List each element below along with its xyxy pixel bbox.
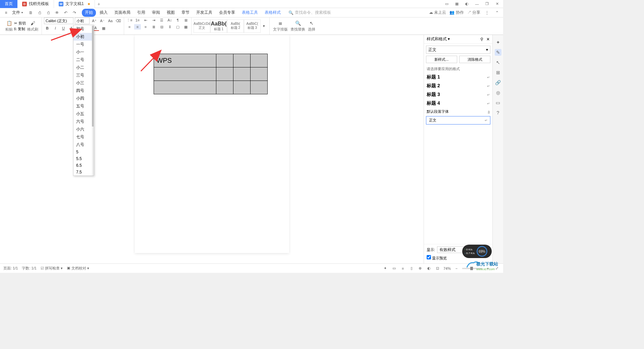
font-size-option[interactable]: 八号 [73,141,94,149]
font-size-option[interactable]: 二号 [73,56,94,64]
restore-button[interactable]: ❐ [484,1,490,7]
style-item-h2[interactable]: 标题 2↵ [424,82,492,90]
assist-icon[interactable]: ✦ [382,265,388,271]
indent-inc-icon[interactable]: ⇥ [150,17,157,23]
table-cell[interactable] [216,81,233,94]
book-icon[interactable]: ▭ [495,99,501,106]
tab-document[interactable]: W 文字文稿1 [54,0,95,8]
table-cell[interactable]: WPS [154,54,216,67]
cloud-status[interactable]: ☁ 未上云 [429,10,446,15]
view-read-icon[interactable]: ▯ [409,265,415,271]
style-h2[interactable]: AaBb( 标题 2 [227,19,244,33]
more-icon[interactable]: ⋮ [484,9,490,16]
layout-icon[interactable]: ▭ [443,1,450,7]
indent-dec-icon[interactable]: ⇤ [142,17,149,23]
table-cell[interactable] [250,81,267,94]
font-size-option[interactable]: 小二 [73,64,94,71]
dropdown-scrollbar[interactable] [92,25,94,176]
pin-icon[interactable]: ⚲ [480,37,483,42]
text-layout-button[interactable]: ≣ 文字排版 [272,17,289,35]
content-check-toggle[interactable]: ▣ 文档校对 ▾ [67,266,89,271]
table-cell[interactable] [154,67,216,81]
style-h3[interactable]: AaBbC( 标题 3 [244,19,261,33]
font-size-option[interactable]: 6.5 [73,162,94,169]
style-item-default-font[interactable]: 默认段落字体a [424,108,492,115]
styles-more-icon[interactable]: ▾ [261,23,267,29]
tab-new[interactable]: + [95,1,103,7]
grid-icon[interactable]: ▦ [453,1,460,7]
share-button[interactable]: ↗ 分享 [467,10,480,15]
font-size-option[interactable]: 小初 [73,33,94,41]
link-icon[interactable]: 🔗 [495,79,501,86]
font-size-option[interactable]: 7.5 [73,169,94,176]
menu-chapter[interactable]: 章节 [178,9,193,17]
view-focus-icon[interactable]: ◐ [426,265,432,271]
align-center-icon[interactable]: ≡ [134,24,141,30]
menu-view[interactable]: 视图 [164,9,178,17]
grow-font-icon[interactable]: A⁺ [91,18,98,23]
zoom-settings-icon[interactable]: ⊡ [435,265,441,271]
border-button[interactable]: ▦ [100,26,107,31]
font-size-option[interactable]: 小四 [73,95,94,102]
linespace-icon[interactable]: A↕ [166,17,173,23]
find-replace-button[interactable]: 🔍 查找替换 [289,17,307,35]
minimize-button[interactable]: — [474,1,480,7]
table-cell[interactable] [250,67,267,81]
italic-button[interactable]: I [52,26,59,31]
font-size-option[interactable]: 六号 [73,118,94,126]
font-size-option[interactable]: 小一 [73,48,94,56]
menu-layout[interactable]: 页面布局 [111,9,133,17]
table-cell[interactable] [154,81,216,94]
styles-icon[interactable]: ✎ [495,49,501,56]
file-menu[interactable]: 文件 ▾ [10,9,25,16]
document-page[interactable]: WPS [135,35,289,253]
table-cell[interactable] [233,81,250,94]
select-icon[interactable]: ↖ [495,59,501,66]
font-name-select[interactable] [44,17,73,24]
current-style-combo[interactable]: 正文▾ [426,46,490,54]
coop-button[interactable]: 👥 协作 [449,10,464,15]
word-count[interactable]: 字数: 1/1 [22,266,36,271]
line-height-icon[interactable]: ⇕ [166,24,173,30]
font-size-option[interactable]: 初号 [73,25,94,33]
skin-icon[interactable]: ◐ [464,1,470,7]
font-size-option[interactable]: 七号 [73,133,94,141]
command-search[interactable]: 🔍 查找命令、搜索模板 [288,10,331,15]
target-icon[interactable]: ◎ [495,89,501,96]
table-cell[interactable] [216,67,233,81]
font-size-option[interactable]: 小三 [73,79,94,87]
marks-icon[interactable]: ¶ [174,17,181,23]
new-style-button[interactable]: 新样式... [426,56,457,63]
menu-vip[interactable]: 会员专享 [216,9,238,17]
preview-icon[interactable]: 👁 [54,9,60,16]
font-size-dropdown[interactable]: 初号小初一号小一二号小二三号小三四号小四五号小五六号小六七号八号55.56.57… [73,25,94,176]
page-indicator[interactable]: 页面: 1/1 [3,266,18,271]
menu-insert[interactable]: 插入 [97,9,111,17]
font-size-option[interactable]: 小六 [73,126,94,133]
table-cell[interactable] [216,54,233,67]
font-size-option[interactable]: 5.5 [73,155,94,162]
font-size-option[interactable]: 小五 [73,110,94,118]
export-icon[interactable]: ⎙ [36,9,43,16]
style-h1[interactable]: AaBb( 标题 1 [210,19,227,33]
borders-icon[interactable]: ▦ [182,24,189,30]
table-cell[interactable] [233,54,250,67]
print-icon[interactable]: ⎙ [45,9,52,16]
document-table[interactable]: WPS [154,54,268,94]
menu-table-styles[interactable]: 表格样式 [262,9,284,17]
clear-format-button[interactable]: 清除格式 [459,56,490,63]
menu-table-tools[interactable]: 表格工具 [239,9,261,17]
underline-button[interactable]: U [60,26,67,31]
tab-home[interactable]: 首页 [0,0,17,8]
align-right-icon[interactable]: ≡ [142,24,149,30]
select-button[interactable]: ↖ 选择 [307,17,317,35]
undo-icon[interactable]: ↶ [62,9,69,16]
tabs-icon[interactable]: ⊞ [182,17,189,23]
font-size-option[interactable]: 五号 [73,102,94,110]
font-size-select[interactable] [75,17,90,24]
zoom-level[interactable]: 74% [443,266,451,270]
menu-icon[interactable]: ≡ [3,9,9,16]
sort-icon[interactable]: ☰ [158,17,165,23]
bold-button[interactable]: B [44,26,51,31]
tab-template[interactable]: D 找稻壳模板 [17,0,54,8]
